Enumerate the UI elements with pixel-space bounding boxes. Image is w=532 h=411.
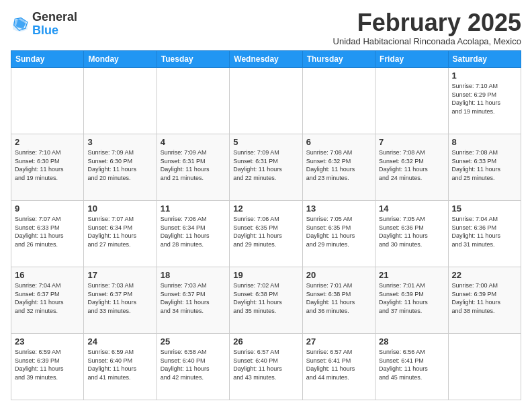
day-number-2: 2 bbox=[15, 137, 80, 147]
calendar-cell-w5-d3: 26Sunrise: 6:57 AM Sunset: 6:40 PM Dayli… bbox=[230, 334, 302, 400]
calendar-cell-w1-d4 bbox=[302, 68, 375, 134]
calendar-cell-w4-d3: 19Sunrise: 7:02 AM Sunset: 6:38 PM Dayli… bbox=[230, 267, 302, 334]
day-info-13: Sunrise: 7:05 AM Sunset: 6:35 PM Dayligh… bbox=[306, 215, 371, 248]
calendar-cell-w5-d5: 28Sunrise: 6:56 AM Sunset: 6:41 PM Dayli… bbox=[375, 334, 448, 400]
day-info-17: Sunrise: 7:03 AM Sunset: 6:37 PM Dayligh… bbox=[87, 281, 152, 315]
col-wednesday: Wednesday bbox=[230, 51, 302, 68]
day-info-26: Sunrise: 6:57 AM Sunset: 6:40 PM Dayligh… bbox=[233, 348, 298, 381]
month-title: February 2025 bbox=[333, 11, 521, 35]
week-row-3: 9Sunrise: 7:07 AM Sunset: 6:33 PM Daylig… bbox=[11, 201, 521, 267]
calendar-cell-w4-d2: 18Sunrise: 7:03 AM Sunset: 6:37 PM Dayli… bbox=[157, 267, 229, 334]
calendar-cell-w2-d5: 7Sunrise: 7:08 AM Sunset: 6:32 PM Daylig… bbox=[375, 134, 448, 201]
calendar-cell-w2-d2: 4Sunrise: 7:09 AM Sunset: 6:31 PM Daylig… bbox=[157, 134, 229, 201]
week-row-5: 23Sunrise: 6:59 AM Sunset: 6:39 PM Dayli… bbox=[11, 334, 521, 400]
day-number-16: 16 bbox=[15, 270, 80, 280]
day-number-11: 11 bbox=[161, 203, 226, 214]
day-number-7: 7 bbox=[379, 137, 444, 147]
day-number-1: 1 bbox=[452, 71, 517, 81]
day-info-1: Sunrise: 7:10 AM Sunset: 6:29 PM Dayligh… bbox=[452, 82, 517, 116]
day-number-21: 21 bbox=[379, 270, 444, 280]
calendar-cell-w5-d2: 25Sunrise: 6:58 AM Sunset: 6:40 PM Dayli… bbox=[157, 334, 229, 400]
day-number-12: 12 bbox=[233, 203, 298, 214]
day-number-28: 28 bbox=[379, 336, 444, 347]
logo: General Blue bbox=[11, 11, 77, 38]
calendar-cell-w4-d4: 20Sunrise: 7:01 AM Sunset: 6:38 PM Dayli… bbox=[302, 267, 375, 334]
day-info-15: Sunrise: 7:04 AM Sunset: 6:36 PM Dayligh… bbox=[452, 215, 517, 248]
col-friday: Friday bbox=[375, 51, 448, 68]
logo-general-text: General bbox=[32, 10, 77, 24]
col-sunday: Sunday bbox=[11, 51, 84, 68]
calendar-table: Sunday Monday Tuesday Wednesday Thursday… bbox=[11, 50, 521, 400]
day-number-4: 4 bbox=[161, 137, 226, 147]
calendar-cell-w5-d4: 27Sunrise: 6:57 AM Sunset: 6:41 PM Dayli… bbox=[302, 334, 375, 400]
day-number-26: 26 bbox=[233, 336, 298, 347]
calendar-cell-w3-d5: 14Sunrise: 7:05 AM Sunset: 6:36 PM Dayli… bbox=[375, 201, 448, 267]
day-info-11: Sunrise: 7:06 AM Sunset: 6:34 PM Dayligh… bbox=[161, 215, 226, 248]
day-info-10: Sunrise: 7:07 AM Sunset: 6:34 PM Dayligh… bbox=[87, 215, 152, 248]
day-info-9: Sunrise: 7:07 AM Sunset: 6:33 PM Dayligh… bbox=[15, 215, 80, 248]
day-number-14: 14 bbox=[379, 203, 444, 214]
day-number-10: 10 bbox=[87, 203, 152, 214]
page: General Blue February 2025 Unidad Habita… bbox=[0, 0, 532, 411]
day-number-23: 23 bbox=[15, 336, 80, 347]
day-info-27: Sunrise: 6:57 AM Sunset: 6:41 PM Dayligh… bbox=[306, 348, 371, 381]
calendar-cell-w3-d2: 11Sunrise: 7:06 AM Sunset: 6:34 PM Dayli… bbox=[157, 201, 229, 267]
calendar-cell-w4-d0: 16Sunrise: 7:04 AM Sunset: 6:37 PM Dayli… bbox=[11, 267, 84, 334]
calendar-cell-w1-d3 bbox=[230, 68, 302, 134]
calendar-cell-w1-d5 bbox=[375, 68, 448, 134]
day-info-19: Sunrise: 7:02 AM Sunset: 6:38 PM Dayligh… bbox=[233, 281, 298, 315]
day-number-13: 13 bbox=[306, 203, 371, 214]
calendar-cell-w3-d0: 9Sunrise: 7:07 AM Sunset: 6:33 PM Daylig… bbox=[11, 201, 84, 267]
day-number-25: 25 bbox=[161, 336, 226, 347]
day-number-15: 15 bbox=[452, 203, 517, 214]
day-info-2: Sunrise: 7:10 AM Sunset: 6:30 PM Dayligh… bbox=[15, 148, 80, 182]
day-info-23: Sunrise: 6:59 AM Sunset: 6:39 PM Dayligh… bbox=[15, 348, 80, 381]
col-thursday: Thursday bbox=[302, 51, 375, 68]
title-block: February 2025 Unidad Habitacional Rincon… bbox=[333, 11, 521, 46]
day-info-20: Sunrise: 7:01 AM Sunset: 6:38 PM Dayligh… bbox=[306, 281, 371, 315]
logo-blue-text: Blue bbox=[32, 24, 58, 37]
calendar-cell-w2-d0: 2Sunrise: 7:10 AM Sunset: 6:30 PM Daylig… bbox=[11, 134, 84, 201]
day-number-19: 19 bbox=[233, 270, 298, 280]
day-number-9: 9 bbox=[15, 203, 80, 214]
calendar-cell-w2-d1: 3Sunrise: 7:09 AM Sunset: 6:30 PM Daylig… bbox=[84, 134, 157, 201]
day-info-21: Sunrise: 7:01 AM Sunset: 6:39 PM Dayligh… bbox=[379, 281, 444, 315]
calendar-cell-w1-d2 bbox=[157, 68, 229, 134]
logo-icon bbox=[11, 15, 30, 34]
day-number-5: 5 bbox=[233, 137, 298, 147]
col-saturday: Saturday bbox=[448, 51, 521, 68]
day-number-24: 24 bbox=[87, 336, 152, 347]
day-number-17: 17 bbox=[87, 270, 152, 280]
day-info-18: Sunrise: 7:03 AM Sunset: 6:37 PM Dayligh… bbox=[161, 281, 226, 315]
day-info-14: Sunrise: 7:05 AM Sunset: 6:36 PM Dayligh… bbox=[379, 215, 444, 248]
calendar-cell-w3-d4: 13Sunrise: 7:05 AM Sunset: 6:35 PM Dayli… bbox=[302, 201, 375, 267]
calendar-cell-w2-d3: 5Sunrise: 7:09 AM Sunset: 6:31 PM Daylig… bbox=[230, 134, 302, 201]
calendar-cell-w3-d6: 15Sunrise: 7:04 AM Sunset: 6:36 PM Dayli… bbox=[448, 201, 521, 267]
header: General Blue February 2025 Unidad Habita… bbox=[11, 11, 521, 46]
week-row-4: 16Sunrise: 7:04 AM Sunset: 6:37 PM Dayli… bbox=[11, 267, 521, 334]
day-number-3: 3 bbox=[87, 137, 152, 147]
day-info-12: Sunrise: 7:06 AM Sunset: 6:35 PM Dayligh… bbox=[233, 215, 298, 248]
day-info-28: Sunrise: 6:56 AM Sunset: 6:41 PM Dayligh… bbox=[379, 348, 444, 381]
day-number-18: 18 bbox=[161, 270, 226, 280]
day-number-6: 6 bbox=[306, 137, 371, 147]
day-info-3: Sunrise: 7:09 AM Sunset: 6:30 PM Dayligh… bbox=[87, 148, 152, 182]
day-info-8: Sunrise: 7:08 AM Sunset: 6:33 PM Dayligh… bbox=[452, 148, 517, 182]
day-number-8: 8 bbox=[452, 137, 517, 147]
week-row-1: 1Sunrise: 7:10 AM Sunset: 6:29 PM Daylig… bbox=[11, 68, 521, 134]
day-number-20: 20 bbox=[306, 270, 371, 280]
calendar-header-row: Sunday Monday Tuesday Wednesday Thursday… bbox=[11, 51, 521, 68]
calendar-cell-w4-d1: 17Sunrise: 7:03 AM Sunset: 6:37 PM Dayli… bbox=[84, 267, 157, 334]
calendar-cell-w5-d1: 24Sunrise: 6:59 AM Sunset: 6:40 PM Dayli… bbox=[84, 334, 157, 400]
day-number-27: 27 bbox=[306, 336, 371, 347]
day-info-7: Sunrise: 7:08 AM Sunset: 6:32 PM Dayligh… bbox=[379, 148, 444, 182]
calendar-cell-w5-d0: 23Sunrise: 6:59 AM Sunset: 6:39 PM Dayli… bbox=[11, 334, 84, 400]
week-row-2: 2Sunrise: 7:10 AM Sunset: 6:30 PM Daylig… bbox=[11, 134, 521, 201]
calendar-cell-w1-d0 bbox=[11, 68, 84, 134]
col-monday: Monday bbox=[84, 51, 157, 68]
day-info-6: Sunrise: 7:08 AM Sunset: 6:32 PM Dayligh… bbox=[306, 148, 371, 182]
calendar-cell-w1-d1 bbox=[84, 68, 157, 134]
day-number-22: 22 bbox=[452, 270, 517, 280]
day-info-4: Sunrise: 7:09 AM Sunset: 6:31 PM Dayligh… bbox=[161, 148, 226, 182]
calendar-cell-w5-d6 bbox=[448, 334, 521, 400]
